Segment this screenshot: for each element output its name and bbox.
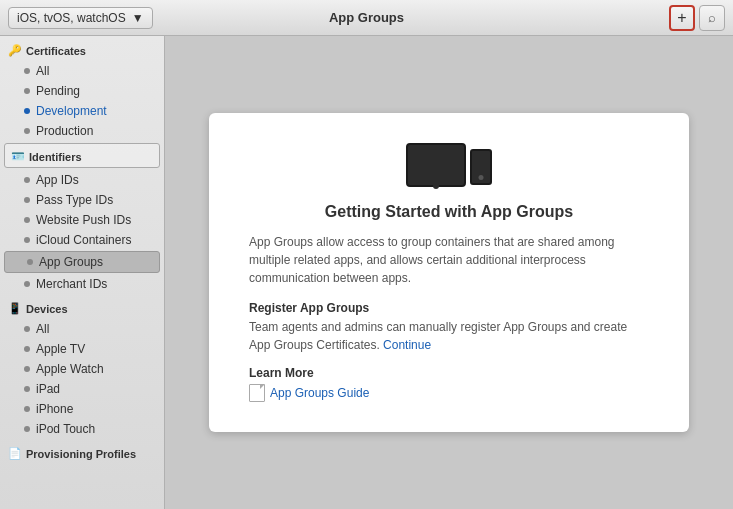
bullet-icon [24,68,30,74]
app-groups-guide-link[interactable]: App Groups Guide [249,384,649,402]
bullet-icon [24,88,30,94]
getting-started-card: Getting Started with App Groups App Grou… [209,113,689,432]
card-title: Getting Started with App Groups [249,203,649,221]
sidebar-item-all-devices[interactable]: All [0,319,164,339]
bullet-icon [24,346,30,352]
phone-icon [470,149,492,185]
register-section: Register App Groups Team agents and admi… [249,301,649,354]
sidebar-item-label: Production [36,124,93,138]
bullet-icon [24,281,30,287]
register-description-text: Team agents and admins can manually regi… [249,320,627,352]
top-bar-left: iOS, tvOS, watchOS ▼ [8,7,153,29]
bullet-icon [24,406,30,412]
bullet-icon [24,128,30,134]
provisioning-label: Provisioning Profiles [26,448,136,460]
bullet-icon [24,217,30,223]
sidebar: 🔑 Certificates All Pending Development P… [0,36,165,509]
certificates-label: Certificates [26,45,86,57]
identifiers-section-header[interactable]: 🪪 Identifiers [4,143,160,168]
learn-more-title: Learn More [249,366,649,380]
sidebar-item-label: Pending [36,84,80,98]
sidebar-item-label: All [36,322,49,336]
register-description: Team agents and admins can manually regi… [249,318,649,354]
sidebar-item-app-ids[interactable]: App IDs [0,170,164,190]
sidebar-item-icloud-containers[interactable]: iCloud Containers [0,230,164,250]
plus-icon: + [677,9,686,27]
document-icon [249,384,265,402]
sidebar-item-label: Merchant IDs [36,277,107,291]
sidebar-item-label: Website Push IDs [36,213,131,227]
learn-more-section: Learn More App Groups Guide [249,366,649,402]
card-icon-area [249,143,649,187]
sidebar-item-apple-tv[interactable]: Apple TV [0,339,164,359]
sidebar-item-label: App Groups [39,255,103,269]
continue-link[interactable]: Continue [383,338,431,352]
sidebar-item-ipad[interactable]: iPad [0,379,164,399]
device-icons [406,143,492,187]
sidebar-item-label: Apple TV [36,342,85,356]
certificates-icon: 🔑 [8,44,22,57]
guide-link-label: App Groups Guide [270,386,369,400]
bullet-icon [24,366,30,372]
tablet-icon [406,143,466,187]
sidebar-item-merchant-ids[interactable]: Merchant IDs [0,274,164,294]
sidebar-item-label: Pass Type IDs [36,193,113,207]
sidebar-item-website-push-ids[interactable]: Website Push IDs [0,210,164,230]
search-button[interactable]: ⌕ [699,5,725,31]
bullet-icon [24,386,30,392]
register-title: Register App Groups [249,301,649,315]
bullet-icon [24,426,30,432]
main-layout: 🔑 Certificates All Pending Development P… [0,36,733,509]
content-area: Getting Started with App Groups App Grou… [165,36,733,509]
page-title: App Groups [329,10,404,25]
bullet-icon [24,326,30,332]
devices-label: Devices [26,303,68,315]
sidebar-item-label: iPhone [36,402,73,416]
sidebar-item-pending[interactable]: Pending [0,81,164,101]
provisioning-section-header: 📄 Provisioning Profiles [0,439,164,464]
bullet-icon [24,108,30,114]
chevron-down-icon: ▼ [132,11,144,25]
bullet-icon [24,197,30,203]
card-description: App Groups allow access to group contain… [249,233,649,287]
top-bar-actions: + ⌕ [669,5,725,31]
sidebar-item-label: Development [36,104,107,118]
sidebar-item-all-certs[interactable]: All [0,61,164,81]
devices-section-header: 📱 Devices [0,294,164,319]
bullet-icon [27,259,33,265]
sidebar-item-label: All [36,64,49,78]
sidebar-item-label: iPad [36,382,60,396]
sidebar-item-label: Apple Watch [36,362,104,376]
sidebar-item-pass-type-ids[interactable]: Pass Type IDs [0,190,164,210]
devices-icon: 📱 [8,302,22,315]
sidebar-item-label: App IDs [36,173,79,187]
certificates-section-header: 🔑 Certificates [0,36,164,61]
sidebar-item-label: iPod Touch [36,422,95,436]
identifiers-icon: 🪪 [11,150,25,163]
sidebar-item-production[interactable]: Production [0,121,164,141]
sidebar-item-label: iCloud Containers [36,233,131,247]
top-bar: iOS, tvOS, watchOS ▼ App Groups + ⌕ [0,0,733,36]
bullet-icon [24,177,30,183]
sidebar-item-apple-watch[interactable]: Apple Watch [0,359,164,379]
bullet-icon [24,237,30,243]
sidebar-item-iphone[interactable]: iPhone [0,399,164,419]
sidebar-item-app-groups[interactable]: App Groups [4,251,160,273]
sidebar-item-ipod-touch[interactable]: iPod Touch [0,419,164,439]
platform-label: iOS, tvOS, watchOS [17,11,126,25]
provisioning-icon: 📄 [8,447,22,460]
add-button[interactable]: + [669,5,695,31]
platform-selector[interactable]: iOS, tvOS, watchOS ▼ [8,7,153,29]
search-icon: ⌕ [708,10,716,25]
sidebar-item-development[interactable]: Development [0,101,164,121]
identifiers-label: Identifiers [29,151,82,163]
